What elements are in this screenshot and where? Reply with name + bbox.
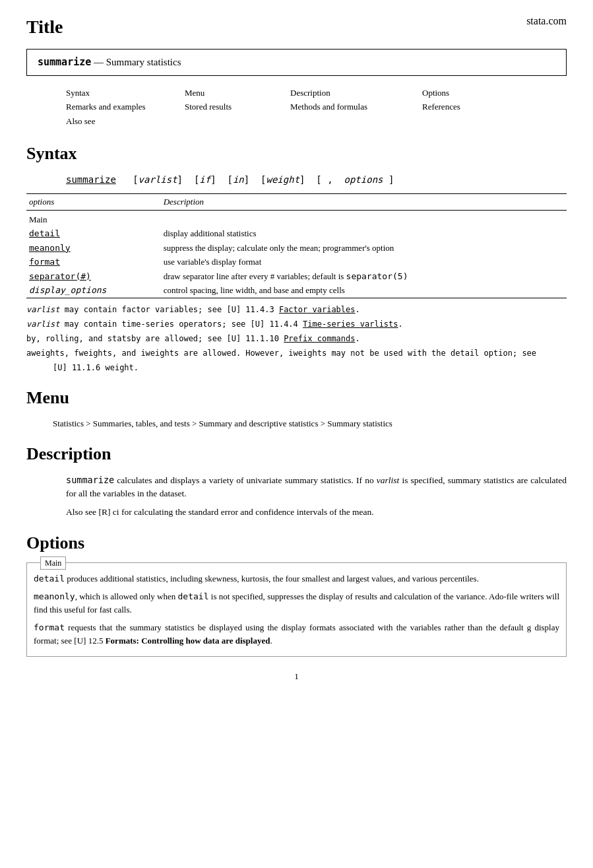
footnote-2: varlist may contain time-series operator… — [26, 318, 567, 331]
option-format: format requests that the summary statist… — [34, 621, 559, 647]
title-description: Summary statistics — [106, 57, 181, 67]
table-row: meanonly suppress the display; calculate… — [26, 241, 567, 255]
nav-remarks[interactable]: Remarks and examples — [66, 100, 185, 114]
col2-header: Description — [161, 194, 567, 211]
opt-display-desc: control spacing, line width, and base an… — [161, 283, 567, 298]
nav-references[interactable]: References — [422, 100, 528, 114]
description-heading: Description — [26, 441, 567, 467]
option-meanonly: meanonly, which is allowed only when det… — [34, 590, 559, 616]
option-format-key: format — [34, 622, 65, 632]
opt-meanonly: meanonly — [26, 241, 161, 255]
nav-methods[interactable]: Methods and formulas — [290, 100, 422, 114]
table-row: detail display additional statistics — [26, 226, 567, 241]
options-content: detail produces additional statistics, i… — [27, 563, 566, 657]
footnote-4-cont: [U] 11.1.6 weight. — [26, 362, 567, 374]
syntax-command-line: summarize [varlist] [if] [in] [weight] [… — [66, 173, 567, 187]
table-row: separator(#) draw separator line after e… — [26, 269, 567, 284]
title-command: summarize — [38, 56, 91, 68]
syntax-args: [varlist] [if] [in] [weight] [ , options… — [121, 174, 394, 185]
page-title: Title — [26, 13, 63, 41]
footnote-4: aweights, fweights, and iweights are all… — [26, 347, 567, 360]
options-table: options Description Main detail display … — [26, 193, 567, 298]
opt-format-desc: use variable's display format — [161, 255, 567, 269]
group-row: Main — [26, 210, 567, 226]
opt-meanonly-desc: suppress the display; calculate only the… — [161, 241, 567, 255]
options-table-header: options Description — [26, 194, 567, 211]
description-para-2: Also see [R] ci for calculating the stan… — [66, 506, 567, 519]
menu-path: Statistics > Summaries, tables, and test… — [53, 417, 567, 430]
nav-also-see[interactable]: Also see — [66, 115, 185, 128]
opt-separator-desc: draw separator line after every # variab… — [161, 269, 567, 284]
nav-description[interactable]: Description — [290, 86, 422, 100]
nav-links: Syntax Menu Description Options Remarks … — [66, 86, 567, 128]
syntax-heading: Syntax — [26, 141, 567, 166]
options-box-label: Main — [40, 556, 66, 570]
nav-syntax[interactable]: Syntax — [66, 86, 185, 100]
desc-cmd: summarize — [66, 475, 114, 485]
page-number: 1 — [26, 670, 567, 683]
col1-header: options — [26, 194, 161, 211]
stata-logo: stata.com — [526, 13, 567, 29]
opt-format: format — [26, 255, 161, 269]
opt-display-options: display_options — [26, 283, 161, 298]
page-header: Title stata.com — [26, 13, 567, 41]
option-detail: detail produces additional statistics, i… — [34, 572, 559, 585]
opt-detail-desc: display additional statistics — [161, 226, 567, 241]
opt-separator: separator(#) — [26, 269, 161, 284]
menu-heading: Menu — [26, 385, 567, 411]
table-row: display_options control spacing, line wi… — [26, 283, 567, 298]
nav-options[interactable]: Options — [422, 86, 528, 100]
title-box: summarize — Summary statistics — [26, 49, 567, 76]
options-heading: Options — [26, 530, 567, 556]
nav-stored-results[interactable]: Stored results — [185, 100, 290, 114]
description-para-1: summarize calculates and displays a vari… — [66, 473, 567, 501]
nav-menu[interactable]: Menu — [185, 86, 290, 100]
footnote-1: varlist may contain factor variables; se… — [26, 304, 567, 316]
footnote-3: by, rolling, and statsby are allowed; se… — [26, 333, 567, 345]
table-row: format use variable's display format — [26, 255, 567, 269]
title-separator: — — [94, 57, 104, 67]
options-box: Main detail produces additional statisti… — [26, 562, 567, 657]
opt-detail: detail — [26, 226, 161, 241]
option-detail-key: detail — [34, 574, 65, 584]
footnotes: varlist may contain factor variables; se… — [26, 304, 567, 375]
option-meanonly-key: meanonly — [34, 591, 75, 601]
syntax-cmd: summarize — [66, 174, 116, 185]
group-label: Main — [26, 210, 567, 226]
